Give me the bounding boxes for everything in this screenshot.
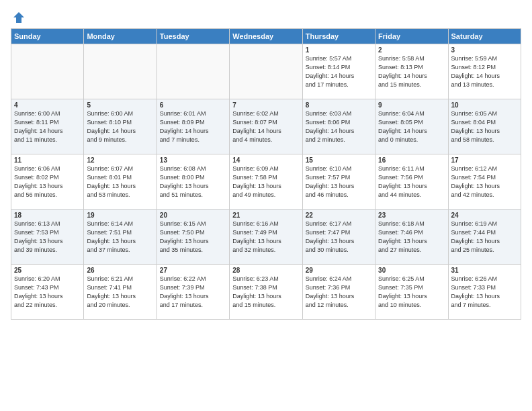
calendar-cell: 17Sunrise: 6:12 AM Sunset: 7:54 PM Dayli… — [448, 154, 521, 210]
day-info: Sunrise: 6:15 AM Sunset: 7:50 PM Dayligh… — [160, 220, 226, 255]
day-info: Sunrise: 6:10 AM Sunset: 7:57 PM Dayligh… — [306, 165, 372, 199]
day-info: Sunrise: 6:18 AM Sunset: 7:46 PM Dayligh… — [378, 220, 445, 255]
day-info: Sunrise: 6:17 AM Sunset: 7:47 PM Dayligh… — [306, 220, 372, 255]
day-number: 14 — [232, 156, 299, 164]
calendar-cell: 6Sunrise: 6:01 AM Sunset: 8:09 PM Daylig… — [157, 99, 229, 154]
calendar-cell: 4Sunrise: 6:00 AM Sunset: 8:11 PM Daylig… — [11, 99, 84, 154]
day-number: 23 — [378, 212, 445, 219]
day-info: Sunrise: 6:00 AM Sunset: 8:11 PM Dayligh… — [14, 109, 81, 144]
day-number: 11 — [14, 156, 81, 164]
day-number: 4 — [14, 101, 81, 109]
day-number: 12 — [87, 156, 153, 164]
weekday-header-monday: Monday — [84, 29, 157, 44]
day-number: 22 — [306, 212, 372, 219]
day-info: Sunrise: 6:04 AM Sunset: 8:05 PM Dayligh… — [378, 109, 445, 144]
calendar-cell: 18Sunrise: 6:13 AM Sunset: 7:53 PM Dayli… — [11, 210, 84, 265]
day-number: 25 — [14, 267, 81, 274]
day-info: Sunrise: 6:24 AM Sunset: 7:36 PM Dayligh… — [306, 275, 372, 310]
day-number: 16 — [378, 156, 445, 164]
day-info: Sunrise: 6:06 AM Sunset: 8:02 PM Dayligh… — [14, 165, 81, 199]
weekday-header-friday: Friday — [375, 29, 448, 44]
calendar-cell: 7Sunrise: 6:02 AM Sunset: 8:07 PM Daylig… — [230, 99, 302, 154]
day-number: 21 — [232, 212, 299, 219]
day-info: Sunrise: 6:21 AM Sunset: 7:41 PM Dayligh… — [87, 275, 153, 310]
day-number: 24 — [451, 212, 518, 219]
logo-icon — [12, 11, 26, 24]
calendar-cell: 13Sunrise: 6:08 AM Sunset: 8:00 PM Dayli… — [157, 154, 229, 210]
day-number: 17 — [451, 156, 518, 164]
calendar-cell — [157, 44, 229, 99]
day-number: 29 — [306, 267, 372, 274]
day-number: 5 — [87, 101, 153, 109]
day-info: Sunrise: 6:07 AM Sunset: 8:01 PM Dayligh… — [87, 165, 153, 199]
day-info: Sunrise: 6:08 AM Sunset: 8:00 PM Dayligh… — [160, 165, 226, 199]
calendar-cell: 27Sunrise: 6:22 AM Sunset: 7:39 PM Dayli… — [157, 265, 229, 320]
week-row-3: 11Sunrise: 6:06 AM Sunset: 8:02 PM Dayli… — [11, 154, 521, 210]
calendar-cell: 5Sunrise: 6:00 AM Sunset: 8:10 PM Daylig… — [84, 99, 157, 154]
weekday-header-sunday: Sunday — [11, 29, 84, 44]
calendar-cell: 8Sunrise: 6:03 AM Sunset: 8:06 PM Daylig… — [302, 99, 375, 154]
calendar-cell: 29Sunrise: 6:24 AM Sunset: 7:36 PM Dayli… — [302, 265, 375, 320]
calendar-cell: 11Sunrise: 6:06 AM Sunset: 8:02 PM Dayli… — [11, 154, 84, 210]
day-number: 31 — [451, 267, 518, 274]
calendar-cell: 21Sunrise: 6:16 AM Sunset: 7:49 PM Dayli… — [230, 210, 302, 265]
day-number: 20 — [160, 212, 226, 219]
day-info: Sunrise: 6:22 AM Sunset: 7:39 PM Dayligh… — [160, 275, 226, 310]
calendar-cell: 28Sunrise: 6:23 AM Sunset: 7:38 PM Dayli… — [230, 265, 302, 320]
calendar-cell — [84, 44, 157, 99]
day-info: Sunrise: 6:01 AM Sunset: 8:09 PM Dayligh… — [160, 109, 226, 144]
day-number: 6 — [160, 101, 226, 109]
day-number: 26 — [87, 267, 153, 274]
calendar-cell: 3Sunrise: 5:59 AM Sunset: 8:12 PM Daylig… — [448, 44, 521, 99]
day-info: Sunrise: 6:20 AM Sunset: 7:43 PM Dayligh… — [14, 275, 81, 310]
day-info: Sunrise: 5:57 AM Sunset: 8:14 PM Dayligh… — [306, 54, 372, 89]
day-info: Sunrise: 6:16 AM Sunset: 7:49 PM Dayligh… — [232, 220, 299, 255]
calendar-cell: 22Sunrise: 6:17 AM Sunset: 7:47 PM Dayli… — [302, 210, 375, 265]
day-number: 8 — [306, 101, 372, 109]
day-number: 13 — [160, 156, 226, 164]
calendar-cell — [230, 44, 302, 99]
day-number: 28 — [232, 267, 299, 274]
calendar-cell — [11, 44, 84, 99]
calendar-cell: 2Sunrise: 5:58 AM Sunset: 8:13 PM Daylig… — [375, 44, 448, 99]
weekday-header-tuesday: Tuesday — [157, 29, 229, 44]
calendar-cell: 15Sunrise: 6:10 AM Sunset: 7:57 PM Dayli… — [302, 154, 375, 210]
day-info: Sunrise: 6:25 AM Sunset: 7:35 PM Dayligh… — [378, 275, 445, 310]
week-row-1: 1Sunrise: 5:57 AM Sunset: 8:14 PM Daylig… — [11, 44, 521, 99]
day-number: 27 — [160, 267, 226, 274]
calendar-cell: 19Sunrise: 6:14 AM Sunset: 7:51 PM Dayli… — [84, 210, 157, 265]
weekday-header-wednesday: Wednesday — [230, 29, 302, 44]
day-number: 10 — [451, 101, 518, 109]
day-info: Sunrise: 6:00 AM Sunset: 8:10 PM Dayligh… — [87, 109, 153, 144]
calendar-cell: 16Sunrise: 6:11 AM Sunset: 7:56 PM Dayli… — [375, 154, 448, 210]
header — [11, 11, 521, 21]
day-info: Sunrise: 6:02 AM Sunset: 8:07 PM Dayligh… — [232, 109, 299, 144]
logo — [11, 11, 26, 21]
day-info: Sunrise: 5:59 AM Sunset: 8:12 PM Dayligh… — [451, 54, 518, 89]
day-info: Sunrise: 6:05 AM Sunset: 8:04 PM Dayligh… — [451, 109, 518, 144]
calendar-cell: 23Sunrise: 6:18 AM Sunset: 7:46 PM Dayli… — [375, 210, 448, 265]
day-number: 19 — [87, 212, 153, 219]
day-info: Sunrise: 6:09 AM Sunset: 7:58 PM Dayligh… — [232, 165, 299, 199]
day-info: Sunrise: 6:23 AM Sunset: 7:38 PM Dayligh… — [232, 275, 299, 310]
day-info: Sunrise: 6:26 AM Sunset: 7:33 PM Dayligh… — [451, 275, 518, 310]
day-info: Sunrise: 6:14 AM Sunset: 7:51 PM Dayligh… — [87, 220, 153, 255]
weekday-header-thursday: Thursday — [302, 29, 375, 44]
day-info: Sunrise: 6:12 AM Sunset: 7:54 PM Dayligh… — [451, 165, 518, 199]
day-number: 9 — [378, 101, 445, 109]
page: SundayMondayTuesdayWednesdayThursdayFrid… — [0, 0, 532, 326]
day-info: Sunrise: 6:13 AM Sunset: 7:53 PM Dayligh… — [14, 220, 81, 255]
calendar-cell: 20Sunrise: 6:15 AM Sunset: 7:50 PM Dayli… — [157, 210, 229, 265]
calendar-cell: 14Sunrise: 6:09 AM Sunset: 7:58 PM Dayli… — [230, 154, 302, 210]
day-number: 30 — [378, 267, 445, 274]
calendar-cell: 9Sunrise: 6:04 AM Sunset: 8:05 PM Daylig… — [375, 99, 448, 154]
day-info: Sunrise: 6:11 AM Sunset: 7:56 PM Dayligh… — [378, 165, 445, 199]
svg-marker-0 — [13, 12, 24, 23]
week-row-4: 18Sunrise: 6:13 AM Sunset: 7:53 PM Dayli… — [11, 210, 521, 265]
calendar-cell: 30Sunrise: 6:25 AM Sunset: 7:35 PM Dayli… — [375, 265, 448, 320]
day-info: Sunrise: 5:58 AM Sunset: 8:13 PM Dayligh… — [378, 54, 445, 89]
calendar-table: SundayMondayTuesdayWednesdayThursdayFrid… — [11, 28, 521, 320]
day-number: 3 — [451, 46, 518, 54]
weekday-header-saturday: Saturday — [448, 29, 521, 44]
week-row-2: 4Sunrise: 6:00 AM Sunset: 8:11 PM Daylig… — [11, 99, 521, 154]
